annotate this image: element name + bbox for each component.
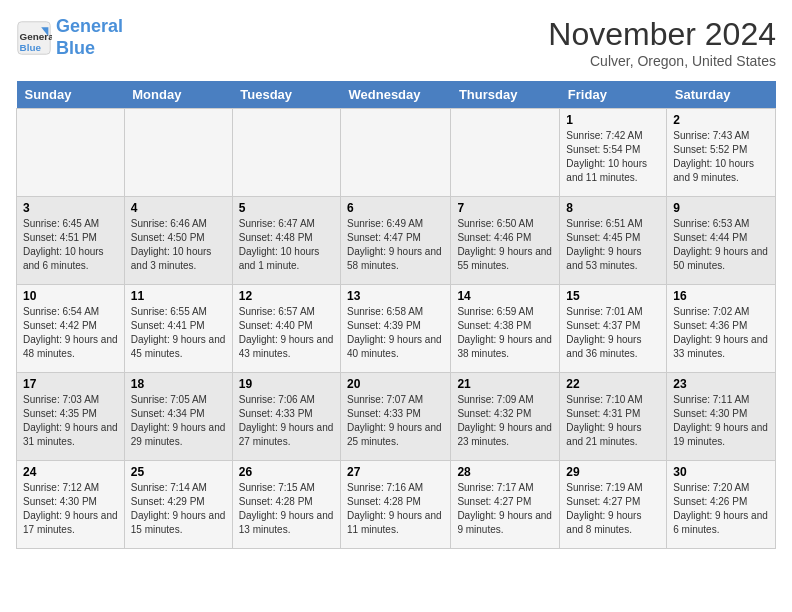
logo-text: General Blue [56,16,123,59]
calendar-cell: 13Sunrise: 6:58 AM Sunset: 4:39 PM Dayli… [341,285,451,373]
day-number: 3 [23,201,118,215]
day-number: 9 [673,201,769,215]
calendar-body: 1Sunrise: 7:42 AM Sunset: 5:54 PM Daylig… [17,109,776,549]
calendar-cell: 22Sunrise: 7:10 AM Sunset: 4:31 PM Dayli… [560,373,667,461]
calendar-cell [451,109,560,197]
day-info: Sunrise: 6:50 AM Sunset: 4:46 PM Dayligh… [457,217,553,273]
day-info: Sunrise: 6:55 AM Sunset: 4:41 PM Dayligh… [131,305,226,361]
weekday-header-tuesday: Tuesday [232,81,340,109]
day-number: 27 [347,465,444,479]
calendar-cell: 18Sunrise: 7:05 AM Sunset: 4:34 PM Dayli… [124,373,232,461]
weekday-header-monday: Monday [124,81,232,109]
day-info: Sunrise: 7:06 AM Sunset: 4:33 PM Dayligh… [239,393,334,449]
calendar-cell: 25Sunrise: 7:14 AM Sunset: 4:29 PM Dayli… [124,461,232,549]
logo-line1: General [56,16,123,36]
calendar-cell [232,109,340,197]
calendar-week-row: 17Sunrise: 7:03 AM Sunset: 4:35 PM Dayli… [17,373,776,461]
weekday-header-friday: Friday [560,81,667,109]
day-info: Sunrise: 6:51 AM Sunset: 4:45 PM Dayligh… [566,217,660,273]
calendar-cell: 27Sunrise: 7:16 AM Sunset: 4:28 PM Dayli… [341,461,451,549]
calendar-cell: 21Sunrise: 7:09 AM Sunset: 4:32 PM Dayli… [451,373,560,461]
day-info: Sunrise: 7:17 AM Sunset: 4:27 PM Dayligh… [457,481,553,537]
weekday-header-thursday: Thursday [451,81,560,109]
day-number: 11 [131,289,226,303]
calendar-cell: 17Sunrise: 7:03 AM Sunset: 4:35 PM Dayli… [17,373,125,461]
day-number: 26 [239,465,334,479]
weekday-header-saturday: Saturday [667,81,776,109]
day-number: 25 [131,465,226,479]
day-number: 21 [457,377,553,391]
calendar-cell: 24Sunrise: 7:12 AM Sunset: 4:30 PM Dayli… [17,461,125,549]
day-info: Sunrise: 6:47 AM Sunset: 4:48 PM Dayligh… [239,217,334,273]
day-number: 10 [23,289,118,303]
calendar-cell [124,109,232,197]
day-info: Sunrise: 6:45 AM Sunset: 4:51 PM Dayligh… [23,217,118,273]
day-number: 24 [23,465,118,479]
calendar-cell: 15Sunrise: 7:01 AM Sunset: 4:37 PM Dayli… [560,285,667,373]
day-info: Sunrise: 7:15 AM Sunset: 4:28 PM Dayligh… [239,481,334,537]
day-info: Sunrise: 7:16 AM Sunset: 4:28 PM Dayligh… [347,481,444,537]
location-text: Culver, Oregon, United States [548,53,776,69]
calendar-cell [341,109,451,197]
calendar-cell: 1Sunrise: 7:42 AM Sunset: 5:54 PM Daylig… [560,109,667,197]
title-block: November 2024 Culver, Oregon, United Sta… [548,16,776,69]
weekday-header-sunday: Sunday [17,81,125,109]
svg-text:Blue: Blue [20,41,42,52]
day-number: 6 [347,201,444,215]
calendar-cell: 3Sunrise: 6:45 AM Sunset: 4:51 PM Daylig… [17,197,125,285]
day-number: 22 [566,377,660,391]
page-header: General Blue General Blue November 2024 … [16,16,776,69]
calendar-cell: 5Sunrise: 6:47 AM Sunset: 4:48 PM Daylig… [232,197,340,285]
calendar-week-row: 10Sunrise: 6:54 AM Sunset: 4:42 PM Dayli… [17,285,776,373]
calendar-cell: 19Sunrise: 7:06 AM Sunset: 4:33 PM Dayli… [232,373,340,461]
calendar-cell: 11Sunrise: 6:55 AM Sunset: 4:41 PM Dayli… [124,285,232,373]
day-info: Sunrise: 6:49 AM Sunset: 4:47 PM Dayligh… [347,217,444,273]
calendar-cell: 28Sunrise: 7:17 AM Sunset: 4:27 PM Dayli… [451,461,560,549]
day-number: 29 [566,465,660,479]
calendar-cell: 20Sunrise: 7:07 AM Sunset: 4:33 PM Dayli… [341,373,451,461]
day-info: Sunrise: 6:53 AM Sunset: 4:44 PM Dayligh… [673,217,769,273]
day-info: Sunrise: 7:03 AM Sunset: 4:35 PM Dayligh… [23,393,118,449]
calendar-cell [17,109,125,197]
calendar-header: SundayMondayTuesdayWednesdayThursdayFrid… [17,81,776,109]
day-info: Sunrise: 7:43 AM Sunset: 5:52 PM Dayligh… [673,129,769,185]
calendar-table: SundayMondayTuesdayWednesdayThursdayFrid… [16,81,776,549]
calendar-week-row: 3Sunrise: 6:45 AM Sunset: 4:51 PM Daylig… [17,197,776,285]
day-number: 17 [23,377,118,391]
day-number: 8 [566,201,660,215]
day-info: Sunrise: 6:57 AM Sunset: 4:40 PM Dayligh… [239,305,334,361]
day-info: Sunrise: 6:54 AM Sunset: 4:42 PM Dayligh… [23,305,118,361]
day-info: Sunrise: 7:12 AM Sunset: 4:30 PM Dayligh… [23,481,118,537]
day-number: 18 [131,377,226,391]
day-info: Sunrise: 6:46 AM Sunset: 4:50 PM Dayligh… [131,217,226,273]
day-info: Sunrise: 7:14 AM Sunset: 4:29 PM Dayligh… [131,481,226,537]
day-number: 15 [566,289,660,303]
day-info: Sunrise: 7:05 AM Sunset: 4:34 PM Dayligh… [131,393,226,449]
calendar-cell: 30Sunrise: 7:20 AM Sunset: 4:26 PM Dayli… [667,461,776,549]
day-info: Sunrise: 7:42 AM Sunset: 5:54 PM Dayligh… [566,129,660,185]
logo-icon: General Blue [16,20,52,56]
day-number: 2 [673,113,769,127]
calendar-week-row: 24Sunrise: 7:12 AM Sunset: 4:30 PM Dayli… [17,461,776,549]
day-info: Sunrise: 7:11 AM Sunset: 4:30 PM Dayligh… [673,393,769,449]
day-info: Sunrise: 7:20 AM Sunset: 4:26 PM Dayligh… [673,481,769,537]
day-info: Sunrise: 6:59 AM Sunset: 4:38 PM Dayligh… [457,305,553,361]
day-number: 7 [457,201,553,215]
day-info: Sunrise: 7:01 AM Sunset: 4:37 PM Dayligh… [566,305,660,361]
logo: General Blue General Blue [16,16,123,59]
day-number: 5 [239,201,334,215]
weekday-header-wednesday: Wednesday [341,81,451,109]
calendar-cell: 6Sunrise: 6:49 AM Sunset: 4:47 PM Daylig… [341,197,451,285]
day-number: 12 [239,289,334,303]
day-number: 4 [131,201,226,215]
calendar-week-row: 1Sunrise: 7:42 AM Sunset: 5:54 PM Daylig… [17,109,776,197]
day-info: Sunrise: 7:07 AM Sunset: 4:33 PM Dayligh… [347,393,444,449]
calendar-cell: 16Sunrise: 7:02 AM Sunset: 4:36 PM Dayli… [667,285,776,373]
day-info: Sunrise: 7:09 AM Sunset: 4:32 PM Dayligh… [457,393,553,449]
day-number: 14 [457,289,553,303]
day-info: Sunrise: 7:02 AM Sunset: 4:36 PM Dayligh… [673,305,769,361]
day-number: 19 [239,377,334,391]
day-info: Sunrise: 6:58 AM Sunset: 4:39 PM Dayligh… [347,305,444,361]
day-number: 16 [673,289,769,303]
calendar-cell: 4Sunrise: 6:46 AM Sunset: 4:50 PM Daylig… [124,197,232,285]
